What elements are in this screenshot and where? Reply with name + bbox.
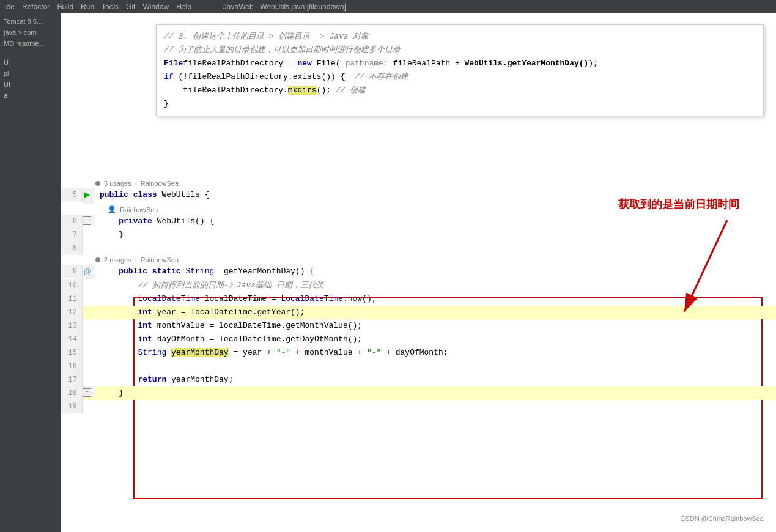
popup-comment-2: // 为了防止大量的目录创建，可以更加日期时间进行创建多个目录 bbox=[164, 43, 401, 57]
popup-code-3: fileRealPathDirectory = new File( pathna… bbox=[183, 57, 598, 70]
usages-line-class: 5 usages · RainbowSea bbox=[61, 179, 776, 188]
line-num-15: 15 bbox=[61, 346, 83, 360]
fold-minus-18: − bbox=[85, 386, 89, 399]
menu-help[interactable]: Help bbox=[176, 2, 191, 11]
menu-window[interactable]: Window bbox=[142, 2, 169, 11]
line-num-8: 8 bbox=[61, 242, 83, 255]
left-sidebar: Tomcat 8.5... java > com MD readme... U … bbox=[0, 13, 61, 532]
popup-line-6: } bbox=[164, 97, 756, 111]
menu-refactor[interactable]: Refactor bbox=[22, 2, 50, 11]
sidebar-java[interactable]: java > com bbox=[0, 27, 61, 38]
code-line-6: 6 − private WebUtils() { bbox=[61, 215, 776, 228]
code-line-12: 12 int year = localDateTime.getYear(); bbox=[61, 306, 776, 319]
usages-author-class: RainbowSea bbox=[141, 180, 179, 187]
popup-line-5: fileRealPathDirectory.mkdirs(); // 创建 bbox=[164, 84, 756, 97]
line-num-6: 6 bbox=[61, 215, 83, 228]
code-area: // 3. 创建这个上传的目录=> 创建目录 => Java 对象 // 为了防… bbox=[61, 13, 776, 532]
line-content-11: LocalDateTime localDateTime = LocalDateT… bbox=[95, 292, 776, 306]
popup-comment-1: // 3. 创建这个上传的目录=> 创建目录 => Java 对象 bbox=[164, 30, 369, 43]
usages-dot-method bbox=[95, 257, 100, 262]
line-num-16: 16 bbox=[61, 360, 83, 373]
code-line-5: 5 public class WebUtils { bbox=[61, 188, 776, 204]
sidebar-a[interactable]: a bbox=[0, 90, 61, 101]
menu-build[interactable]: Build bbox=[57, 2, 73, 11]
line-num-14: 14 bbox=[61, 333, 83, 346]
line-num-5: 5 bbox=[61, 188, 83, 202]
popup-code-6: } bbox=[164, 97, 169, 111]
line-content-14: int dayOfMonth = localDateTime.getDayOfM… bbox=[95, 333, 776, 346]
popup-line-2: // 为了防止大量的目录创建，可以更加日期时间进行创建多个目录 bbox=[164, 43, 756, 57]
line-content-10: // 如何得到当前的日期-》Java基础 日期，三代类 bbox=[95, 279, 776, 292]
fold-icon-6[interactable]: − bbox=[83, 216, 91, 225]
sidebar-ui[interactable]: UI bbox=[0, 79, 61, 90]
menu-tools[interactable]: Tools bbox=[102, 2, 119, 11]
watermark: CSDN @ChinaRainbowSea bbox=[680, 515, 764, 522]
popup-box: // 3. 创建这个上传的目录=> 创建目录 => Java 对象 // 为了防… bbox=[156, 24, 764, 116]
code-line-19: 19 bbox=[61, 400, 776, 413]
code-line-9: 9 @ public static String getYearMonthDay… bbox=[61, 265, 776, 279]
rainbow-hint-6: 👤 RainbowSea bbox=[61, 204, 776, 215]
run-icon-5[interactable] bbox=[83, 191, 91, 199]
code-line-14: 14 int dayOfMonth = localDateTime.getDay… bbox=[61, 333, 776, 346]
person-icon-6: 👤 bbox=[108, 205, 116, 213]
usages-text-class: 5 usages bbox=[104, 180, 131, 187]
line-content-7: } bbox=[95, 228, 776, 242]
code-editor: // 3. 创建这个上传的目录=> 创建目录 => Java 对象 // 为了防… bbox=[61, 13, 776, 532]
sidebar-pl[interactable]: pl bbox=[0, 68, 61, 79]
popup-code-4: if (!fileRealPathDirectory.exists()) { /… bbox=[164, 70, 408, 84]
sidebar-u[interactable]: U bbox=[0, 57, 61, 68]
main-container: Tomcat 8.5... java > com MD readme... U … bbox=[0, 13, 776, 532]
code-line-8: 8 bbox=[61, 242, 776, 255]
line-gutter-5 bbox=[83, 188, 95, 204]
code-line-15: 15 String yearMonthDay = year + "-" + mo… bbox=[61, 346, 776, 360]
sidebar-readme[interactable]: MD readme... bbox=[0, 38, 61, 49]
line-num-7: 7 bbox=[61, 228, 83, 242]
popup-line-4: if (!fileRealPathDirectory.exists()) { /… bbox=[164, 70, 756, 84]
line-num-19: 19 bbox=[61, 400, 83, 413]
code-line-17: 17 return yearMonthDay; bbox=[61, 373, 776, 386]
code-line-13: 13 int monthValue = localDateTime.getMon… bbox=[61, 319, 776, 333]
code-line-16: 16 bbox=[61, 360, 776, 373]
popup-code-5: fileRealPathDirectory.mkdirs(); // 创建 bbox=[164, 84, 366, 97]
line-content-17: return yearMonthDay; bbox=[95, 373, 776, 386]
menu-run[interactable]: Run bbox=[81, 2, 94, 11]
popup-line-1: // 3. 创建这个上传的目录=> 创建目录 => Java 对象 bbox=[164, 30, 756, 43]
line-num-10: 10 bbox=[61, 279, 83, 292]
usages-separator-class: · bbox=[135, 180, 137, 187]
code-line-10: 10 // 如何得到当前的日期-》Java基础 日期，三代类 bbox=[61, 279, 776, 292]
usages-text-method: 2 usages bbox=[104, 256, 131, 264]
line-num-11: 11 bbox=[61, 292, 83, 306]
line-gutter-18: − bbox=[83, 386, 95, 397]
line-content-13: int monthValue = localDateTime.getMonthV… bbox=[95, 319, 776, 333]
svg-marker-0 bbox=[84, 192, 90, 198]
line-num-13: 13 bbox=[61, 319, 83, 333]
line-content-9: public static String getYearMonthDay() { bbox=[95, 265, 776, 278]
usages-dot-class bbox=[95, 181, 100, 186]
menu-git[interactable]: Git bbox=[126, 2, 135, 11]
top-bar: ide Refactor Build Run Tools Git Window … bbox=[0, 0, 776, 13]
usages-sep-method: · bbox=[135, 256, 137, 264]
line-content-15: String yearMonthDay = year + "-" + month… bbox=[95, 346, 776, 360]
line-content-18: } bbox=[95, 386, 776, 400]
popup-line-3: File fileRealPathDirectory = new File( p… bbox=[164, 57, 756, 70]
line-gutter-6: − bbox=[83, 215, 95, 225]
code-line-18: 18 − } bbox=[61, 386, 776, 400]
fold-icon-18[interactable]: − bbox=[83, 388, 91, 397]
popup-keyword-file: File bbox=[164, 57, 183, 70]
sidebar-tomcat[interactable]: Tomcat 8.5... bbox=[0, 16, 61, 27]
at-icon-9: @ bbox=[83, 267, 91, 276]
menu-ide[interactable]: ide bbox=[5, 2, 15, 11]
line-content-12: int year = localDateTime.getYear(); bbox=[95, 306, 776, 319]
code-line-11: 11 LocalDateTime localDateTime = LocalDa… bbox=[61, 292, 776, 306]
code-line-7: 7 } bbox=[61, 228, 776, 242]
usages-author-method: RainbowSea bbox=[141, 256, 179, 264]
line-num-12: 12 bbox=[61, 306, 83, 319]
window-title: JavaWeb - WebUtils.java [fileundown] bbox=[223, 2, 346, 11]
line-gutter-9: @ bbox=[83, 265, 95, 279]
line-content-5: public class WebUtils { bbox=[95, 188, 776, 202]
line-num-18: 18 bbox=[61, 386, 83, 400]
rainbow-label-6: RainbowSea bbox=[120, 206, 158, 213]
line-content-6: private WebUtils() { bbox=[95, 215, 776, 228]
usages-line-method: 2 usages · RainbowSea bbox=[61, 255, 776, 265]
line-num-9: 9 bbox=[61, 265, 83, 278]
